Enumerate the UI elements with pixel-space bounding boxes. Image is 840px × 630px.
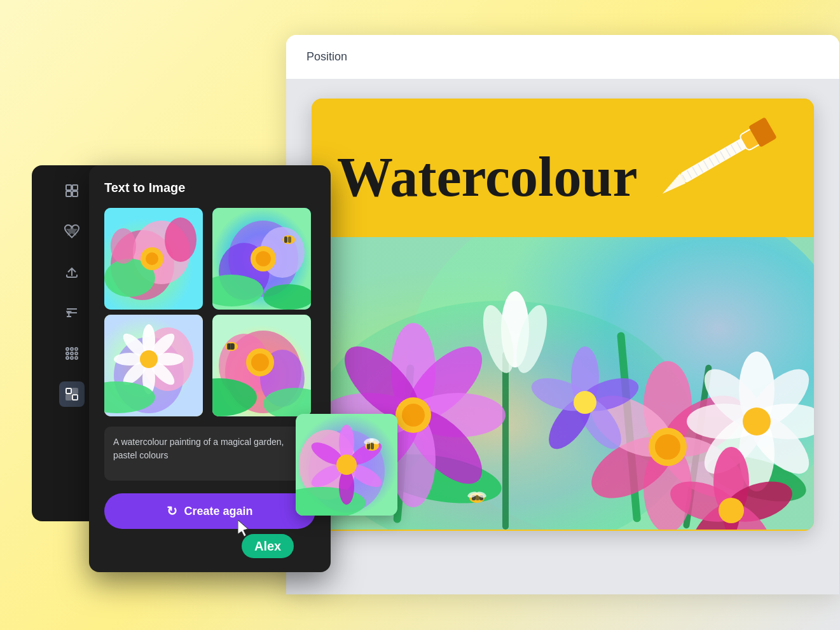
svg-rect-75	[72, 185, 78, 190]
alex-cursor-badge: Alex	[242, 539, 294, 554]
brush-icon	[655, 111, 795, 213]
svg-rect-23	[502, 352, 509, 530]
tti-title: Text to Image	[104, 181, 315, 195]
svg-point-108	[256, 251, 271, 266]
watercolour-title: Watercolour	[337, 149, 637, 205]
svg-rect-74	[66, 185, 71, 190]
sidebar-item-text[interactable]: T	[59, 300, 85, 325]
sidebar-item-upload[interactable]	[59, 259, 85, 285]
svg-rect-110	[284, 236, 287, 243]
svg-point-100	[111, 228, 136, 264]
generated-image-1[interactable]	[104, 208, 203, 310]
create-again-label: Create again	[184, 505, 252, 518]
svg-rect-89	[66, 388, 71, 394]
floating-dragged-image	[296, 414, 397, 516]
sidebar-item-brand[interactable]	[59, 381, 85, 407]
svg-point-123	[140, 350, 158, 368]
svg-point-87	[71, 357, 73, 359]
svg-point-67	[719, 498, 744, 523]
svg-rect-136	[228, 343, 235, 350]
svg-point-86	[66, 357, 69, 359]
svg-point-81	[71, 348, 73, 350]
svg-point-61	[743, 407, 771, 435]
svg-rect-92	[72, 395, 78, 400]
svg-rect-76	[66, 191, 71, 196]
generated-images-grid	[104, 208, 315, 416]
generated-image-4[interactable]	[212, 315, 311, 416]
create-again-button[interactable]: ↻ Create again	[104, 493, 315, 529]
editor-header: Position	[286, 35, 839, 79]
svg-point-147	[336, 455, 357, 475]
svg-point-98	[146, 252, 158, 265]
svg-rect-77	[72, 191, 78, 196]
svg-marker-3	[658, 174, 686, 196]
svg-point-88	[75, 357, 78, 359]
svg-point-84	[71, 352, 73, 355]
svg-point-83	[66, 352, 69, 355]
sidebar-item-shapes[interactable]	[59, 219, 85, 244]
prompt-input[interactable]: A watercolour painting of a magical gard…	[104, 427, 315, 481]
refresh-icon: ↻	[167, 503, 177, 519]
svg-point-132	[251, 353, 269, 371]
tti-modal: Text to Image	[89, 165, 331, 572]
generated-image-2[interactable]	[212, 208, 311, 310]
sidebar-item-layout[interactable]	[59, 178, 85, 203]
svg-point-35	[402, 404, 425, 427]
svg-text:T: T	[66, 309, 72, 319]
svg-point-85	[75, 352, 78, 355]
generated-image-3[interactable]	[104, 315, 203, 416]
svg-point-46	[655, 434, 680, 460]
svg-point-80	[66, 348, 69, 350]
svg-rect-90	[72, 388, 78, 394]
svg-point-82	[75, 348, 78, 350]
canvas-area[interactable]: Watercolour	[286, 79, 839, 594]
position-label: Position	[306, 50, 347, 63]
svg-point-99	[165, 217, 196, 262]
svg-rect-111	[288, 236, 291, 243]
svg-rect-91	[66, 395, 71, 400]
svg-point-52	[574, 391, 596, 414]
sidebar-item-apps[interactable]	[59, 341, 85, 366]
